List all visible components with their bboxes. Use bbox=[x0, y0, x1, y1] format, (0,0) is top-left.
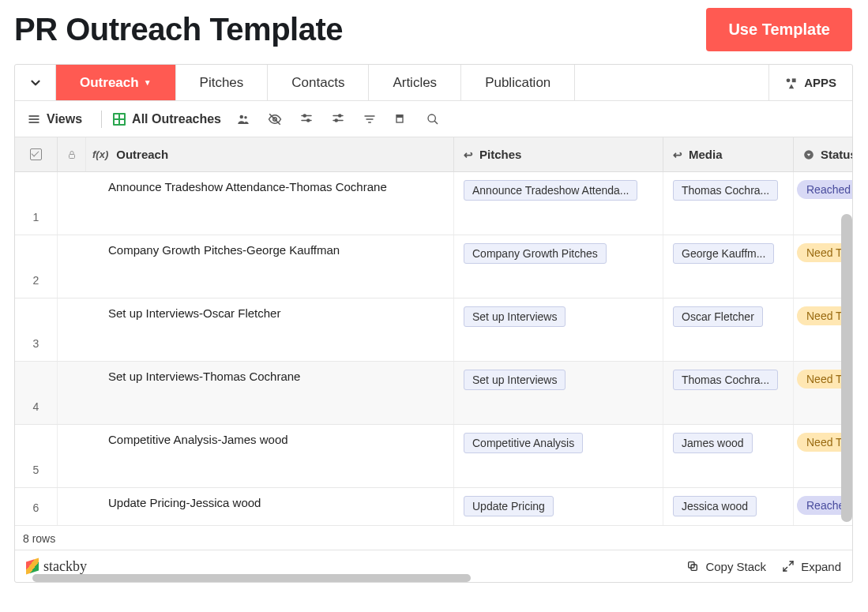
svg-line-31 bbox=[783, 567, 787, 571]
rows-count-label: 8 rows bbox=[23, 532, 55, 545]
tab-contacts[interactable]: Contacts bbox=[268, 65, 369, 100]
sliders-icon bbox=[331, 112, 345, 126]
link-icon: ↩ bbox=[673, 148, 682, 161]
pitch-tag: Company Growth Pitches bbox=[464, 243, 607, 264]
table-row[interactable]: 4 Set up Interviews-Thomas Cochrane Set … bbox=[15, 362, 852, 425]
column-header-outreach[interactable]: f(x) Outreach bbox=[86, 137, 453, 171]
rows-count: 8 rows bbox=[15, 527, 852, 550]
chevron-down-icon bbox=[28, 76, 43, 90]
cell-media[interactable]: James wood bbox=[663, 425, 793, 487]
cell-pitches[interactable]: Set up Interviews bbox=[453, 298, 663, 361]
brand-label: stackby bbox=[43, 558, 87, 575]
cell-outreach[interactable]: Announce Tradeshow Attendance-Thomas Coc… bbox=[86, 172, 453, 235]
svg-line-24 bbox=[434, 121, 438, 124]
sort-button[interactable] bbox=[357, 107, 382, 132]
lock-cell bbox=[58, 137, 86, 171]
use-template-button[interactable]: Use Template bbox=[706, 8, 852, 51]
filter-icon bbox=[363, 113, 376, 126]
column-label: Outreach bbox=[116, 148, 168, 161]
tabs-chevron-button[interactable] bbox=[15, 65, 56, 100]
copy-icon bbox=[686, 560, 699, 573]
cell-media[interactable]: Oscar Fletcher bbox=[663, 298, 793, 361]
lock-icon bbox=[67, 150, 77, 160]
cell-pitches[interactable]: Competitive Analysis bbox=[453, 425, 663, 487]
expand-button[interactable]: Expand bbox=[782, 560, 841, 573]
pitch-tag: Set up Interviews bbox=[464, 370, 566, 390]
cell-media[interactable]: Thomas Cochra... bbox=[663, 172, 793, 235]
app-panel: Outreach ▼ Pitches Contacts Articles Pub… bbox=[14, 64, 853, 583]
horizontal-scrollbar[interactable] bbox=[32, 574, 471, 582]
cell-media[interactable]: George Kauffm... bbox=[663, 235, 793, 298]
cell-outreach[interactable]: Set up Interviews-Thomas Cochrane bbox=[86, 362, 453, 424]
media-tag: Jessica wood bbox=[673, 496, 757, 516]
media-tag: Thomas Cochra... bbox=[673, 370, 778, 390]
expand-icon bbox=[782, 560, 795, 573]
tabs-row: Outreach ▼ Pitches Contacts Articles Pub… bbox=[15, 65, 852, 101]
row-number: 4 bbox=[15, 362, 58, 424]
table-row[interactable]: 3 Set up Interviews-Oscar Fletcher Set u… bbox=[15, 298, 852, 362]
cell-pitches[interactable]: Announce Tradeshow Attenda... bbox=[453, 172, 663, 235]
tab-label: Pitches bbox=[200, 75, 244, 91]
grid-view-icon bbox=[113, 113, 126, 126]
tab-pitches[interactable]: Pitches bbox=[176, 65, 269, 100]
hide-fields-button[interactable] bbox=[262, 107, 287, 132]
tab-outreach[interactable]: Outreach ▼ bbox=[56, 65, 176, 100]
expand-label: Expand bbox=[801, 560, 841, 573]
apps-button[interactable]: APPS bbox=[769, 65, 852, 100]
cell-media[interactable]: Thomas Cochra... bbox=[663, 362, 793, 424]
people-icon bbox=[236, 112, 250, 126]
filter-button[interactable] bbox=[294, 107, 319, 132]
cell-pitches[interactable]: Update Pricing bbox=[453, 488, 663, 525]
checkbox-icon bbox=[30, 148, 42, 160]
tab-publication[interactable]: Publication bbox=[461, 65, 575, 100]
search-button[interactable] bbox=[420, 107, 445, 132]
column-header-pitches[interactable]: ↩ Pitches bbox=[453, 137, 663, 171]
svg-point-15 bbox=[339, 115, 341, 117]
pitch-tag: Competitive Analysis bbox=[464, 433, 583, 453]
current-view-label: All Outreaches bbox=[132, 112, 221, 126]
group-button[interactable] bbox=[325, 107, 351, 132]
copy-stack-button[interactable]: Copy Stack bbox=[686, 560, 766, 573]
column-header-media[interactable]: ↩ Media bbox=[663, 137, 793, 171]
cell-outreach[interactable]: Competitive Analysis-James wood bbox=[86, 425, 453, 487]
svg-marker-2 bbox=[789, 84, 794, 88]
table-row[interactable]: 6 Update Pricing-Jessica wood Update Pri… bbox=[15, 488, 852, 526]
column-label: Status bbox=[821, 148, 852, 161]
cell-outreach[interactable]: Update Pricing-Jessica wood bbox=[86, 488, 453, 525]
stackby-logo[interactable]: stackby bbox=[26, 558, 87, 575]
cell-media[interactable]: Jessica wood bbox=[663, 488, 793, 525]
cell-pitches[interactable]: Set up Interviews bbox=[453, 362, 663, 424]
tab-articles[interactable]: Articles bbox=[369, 65, 461, 100]
table-row[interactable]: 1 Announce Tradeshow Attendance-Thomas C… bbox=[15, 172, 852, 235]
row-number: 6 bbox=[15, 488, 58, 525]
views-label: Views bbox=[47, 112, 82, 126]
table-row[interactable]: 2 Company Growth Pitches-George Kauffman… bbox=[15, 235, 852, 298]
cell-pitches[interactable]: Company Growth Pitches bbox=[453, 235, 663, 298]
grid-container: f(x) Outreach ↩ Pitches ↩ Media Status bbox=[15, 137, 852, 527]
svg-rect-1 bbox=[792, 78, 796, 82]
row-height-button[interactable] bbox=[389, 107, 414, 132]
select-all-cell[interactable] bbox=[15, 137, 58, 171]
row-number: 5 bbox=[15, 425, 58, 487]
column-header-status[interactable]: Status bbox=[793, 137, 852, 171]
eye-off-icon bbox=[268, 112, 282, 126]
table-row[interactable]: 5 Competitive Analysis-James wood Compet… bbox=[15, 425, 852, 488]
row-height-icon bbox=[395, 113, 408, 126]
sliders-icon bbox=[299, 112, 314, 126]
row-number: 1 bbox=[15, 172, 58, 235]
stackby-mark-icon bbox=[26, 558, 39, 574]
views-button[interactable]: Views bbox=[28, 112, 90, 126]
menu-icon bbox=[28, 113, 40, 126]
cell-outreach[interactable]: Company Growth Pitches-George Kauffman bbox=[86, 235, 453, 298]
current-view[interactable]: All Outreaches bbox=[113, 112, 224, 126]
pitch-tag: Announce Tradeshow Attenda... bbox=[464, 180, 637, 201]
vertical-scrollbar[interactable] bbox=[841, 214, 852, 522]
cell-outreach[interactable]: Set up Interviews-Oscar Fletcher bbox=[86, 298, 453, 361]
fx-icon: f(x) bbox=[92, 148, 108, 160]
share-button[interactable] bbox=[231, 107, 256, 132]
page-title: PR Outreach Template bbox=[14, 12, 343, 47]
svg-point-0 bbox=[787, 78, 791, 82]
svg-point-13 bbox=[307, 119, 310, 122]
svg-point-11 bbox=[303, 115, 306, 117]
status-pill: Reached O bbox=[797, 180, 852, 199]
